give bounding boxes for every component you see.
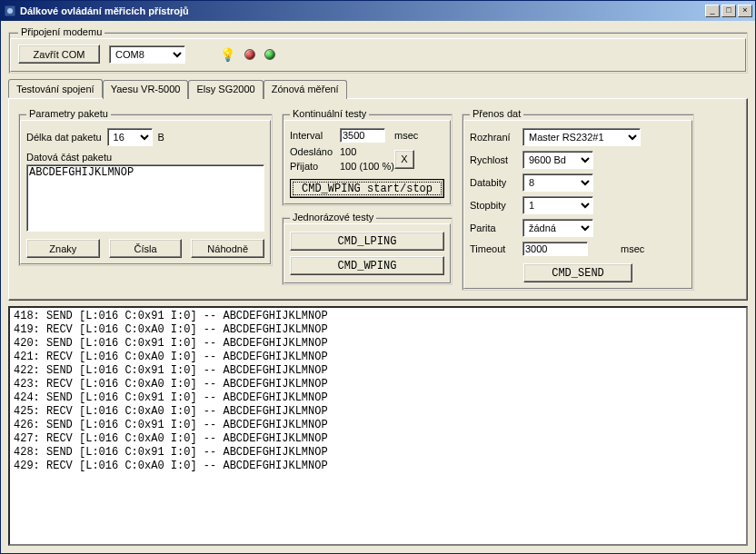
close-com-button[interactable]: Zavřít COM: [18, 45, 100, 64]
packet-data-textarea[interactable]: [26, 164, 264, 232]
databits-label: Databity: [470, 177, 522, 188]
kont-groupbox: Kontinuální testy Interval msec Odesláno…: [282, 108, 453, 206]
app-window: Dálkové ovládání měřicích přístrojů _ □ …: [0, 0, 756, 554]
prenos-groupbox: Přenos dat Rozhraní Master RS232#1 Rychl…: [462, 108, 694, 291]
recv-value: 100 (100 %): [340, 161, 394, 172]
wping-startstop-button[interactable]: CMD_WPING start/stop: [290, 179, 444, 198]
tab-elsy[interactable]: Elsy SG2000: [188, 80, 263, 99]
iface-select[interactable]: Master RS232#1: [522, 128, 641, 146]
close-button[interactable]: ×: [738, 5, 752, 17]
tab-panel: Parametry paketu Délka dat paketu 16 B D…: [8, 98, 748, 301]
tab-zone[interactable]: Zónová měření: [264, 80, 347, 99]
tab-bar: Testování spojení Yaesu VR-5000 Elsy SG2…: [8, 79, 748, 98]
tab-testing[interactable]: Testování spojení: [8, 79, 103, 98]
iface-label: Rozhraní: [470, 132, 522, 143]
interval-label: Interval: [290, 130, 340, 141]
speed-select[interactable]: 9600 Bd: [522, 151, 593, 169]
databits-select[interactable]: 8: [522, 173, 593, 192]
packet-length-select[interactable]: 16: [107, 128, 153, 146]
modem-legend: Připojení modemu: [18, 26, 104, 37]
modem-groupbox: Připojení modemu Zavřít COM COM8 💡: [8, 26, 748, 74]
prenos-legend: Přenos dat: [470, 108, 523, 119]
minimize-button[interactable]: _: [705, 5, 720, 17]
led-red-icon: [244, 49, 255, 60]
recv-label: Přijato: [290, 161, 340, 172]
lping-button[interactable]: CMD_LPING: [290, 232, 444, 251]
timeout-label: Timeout: [470, 243, 522, 254]
sent-label: Odesláno: [290, 146, 340, 157]
svg-point-1: [7, 8, 13, 14]
stopbits-label: Stopbity: [470, 200, 522, 211]
parity-label: Parita: [470, 223, 522, 233]
interval-input[interactable]: [340, 128, 385, 143]
timeout-unit: msec: [621, 243, 686, 254]
interval-unit: msec: [394, 130, 444, 141]
stopbits-select[interactable]: 1: [522, 196, 593, 214]
sent-value: 100: [340, 146, 394, 157]
com-port-select[interactable]: COM8: [109, 45, 185, 64]
parity-select[interactable]: žádná: [522, 219, 593, 237]
numbers-button[interactable]: Čísla: [109, 239, 183, 258]
window-title: Dálkové ovládání měřicích přístrojů: [20, 5, 705, 16]
chars-button[interactable]: Znaky: [26, 239, 100, 258]
maximize-button[interactable]: □: [721, 5, 736, 17]
app-icon: [4, 5, 16, 17]
speed-label: Rychlost: [470, 154, 522, 165]
wping-button[interactable]: CMD_WPING: [290, 256, 444, 275]
timeout-input[interactable]: [522, 242, 588, 256]
tab-yaesu[interactable]: Yaesu VR-5000: [103, 80, 189, 99]
random-button[interactable]: Náhodně: [191, 239, 264, 258]
titlebar: Dálkové ovládání měřicích přístrojů _ □ …: [1, 1, 755, 21]
led-green-icon: [264, 49, 275, 60]
jedn-legend: Jednorázové testy: [290, 212, 376, 223]
jedn-groupbox: Jednorázové testy CMD_LPING CMD_WPING: [282, 212, 453, 285]
packet-length-label: Délka dat paketu: [26, 132, 102, 143]
packet-length-unit: B: [158, 132, 164, 143]
bulb-icon: 💡: [220, 47, 235, 62]
params-groupbox: Parametry paketu Délka dat paketu 16 B D…: [18, 108, 273, 266]
kont-legend: Kontinuální testy: [290, 108, 369, 119]
packet-data-label: Datová část paketu: [26, 152, 264, 163]
cmd-send-button[interactable]: CMD_SEND: [523, 263, 632, 282]
log-output[interactable]: 418: SEND [L:016 C:0x91 I:0] -- ABCDEFGH…: [8, 306, 748, 546]
params-legend: Parametry paketu: [26, 108, 111, 119]
reset-counter-button[interactable]: X: [394, 150, 414, 169]
